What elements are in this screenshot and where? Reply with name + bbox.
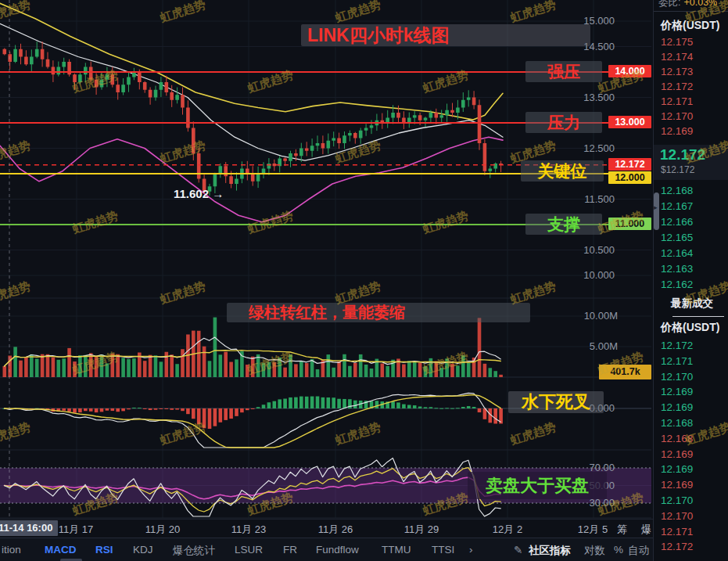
macd-bar <box>78 408 82 412</box>
trade-row[interactable]: 12.169 <box>654 384 728 399</box>
axis-tool-筹[interactable]: 筹 <box>617 523 627 537</box>
volume-bar <box>332 368 335 377</box>
trade-row[interactable]: 12.171 <box>654 354 728 369</box>
axis-tool-爆[interactable]: 爆 <box>641 523 651 537</box>
candle-body <box>429 113 433 118</box>
volume-bar <box>57 360 61 377</box>
trade-row[interactable]: 12.170 <box>654 369 728 384</box>
macd-bar <box>84 408 88 411</box>
bid-row[interactable]: 12.164 <box>654 246 728 261</box>
strong-resistance-label: 强压 <box>547 61 580 83</box>
trade-row[interactable]: 12.169 <box>654 477 728 492</box>
macd-bar <box>375 401 379 408</box>
sidebar-scroll-thumb[interactable] <box>654 192 659 230</box>
toolbar-item-%[interactable]: % <box>614 544 623 556</box>
macd-bar <box>316 397 320 408</box>
price-axis-label: 12.500 <box>563 142 615 154</box>
main-chart[interactable]: 15.00014.50013.50012.50011.50010.50010.0… <box>0 0 653 519</box>
volume-bar <box>348 366 352 377</box>
bid-row[interactable]: 12.163 <box>654 261 728 276</box>
macd-bar <box>332 397 335 408</box>
toolbar-item-爆仓统计[interactable]: 爆仓统计 <box>173 544 215 558</box>
bid-row[interactable]: 12.162 <box>654 277 728 292</box>
trade-row[interactable]: 12.169 <box>654 447 728 462</box>
ask-row[interactable]: 12.170 <box>654 109 728 124</box>
ask-row[interactable]: 12.169 <box>654 124 728 138</box>
ask-row[interactable]: 12.174 <box>654 49 728 64</box>
chevron-right-icon[interactable]: › <box>469 544 473 556</box>
trade-row[interactable]: 12.168 <box>654 415 728 430</box>
candle-body <box>342 135 346 143</box>
trade-row[interactable]: 12.169 <box>654 400 728 415</box>
bid-row[interactable]: 12.167 <box>654 199 728 214</box>
toolbar-item-KDJ[interactable]: KDJ <box>133 544 153 556</box>
trade-row[interactable]: 12.169 <box>654 462 728 476</box>
price-badge-12.000: 12.000 <box>608 171 651 184</box>
trades-price-header: 价格(USDT) <box>661 321 719 335</box>
ask-row[interactable]: 12.171 <box>654 94 728 109</box>
date-label: 11月 23 <box>231 523 267 537</box>
volume-bar <box>121 358 125 377</box>
macd-bar <box>327 397 331 408</box>
bid-row[interactable]: 12.166 <box>654 214 728 229</box>
candle-body <box>294 153 298 156</box>
volume-bar <box>386 366 389 377</box>
toolbar-item-MACD[interactable]: MACD <box>45 544 77 556</box>
volume-bar <box>24 357 28 377</box>
macd-bar <box>170 408 174 410</box>
toolbar-item-ition[interactable]: ition <box>2 544 21 556</box>
trade-row[interactable]: 12.172 <box>654 539 728 554</box>
volume-bar <box>208 361 212 377</box>
key-level-annotation: 关键位 <box>521 160 604 182</box>
toolbar-item-LSUR[interactable]: LSUR <box>235 544 263 556</box>
macd-bar <box>289 397 292 408</box>
volume-bar <box>353 363 357 377</box>
price-axis-label: 13.500 <box>563 92 615 103</box>
macd-bar <box>121 408 125 411</box>
macd-bar <box>197 408 201 424</box>
candle-body <box>283 159 287 161</box>
volume-bar <box>62 358 66 377</box>
candle-body <box>359 131 363 138</box>
volume-current-badge: 401.7k <box>599 365 651 379</box>
toolbar-item-TTSI[interactable]: TTSI <box>432 544 454 556</box>
candle-body <box>106 74 109 80</box>
trade-row[interactable]: 12.170 <box>654 493 728 508</box>
macd-bar <box>402 405 406 408</box>
toolbar-item-Fundflow[interactable]: Fundflow <box>316 544 359 556</box>
macd-bar <box>62 408 66 411</box>
volume-bar <box>439 368 443 377</box>
ask-row[interactable]: 12.172 <box>654 79 728 94</box>
macd-bar <box>407 405 411 408</box>
toolbar-item-TTMU[interactable]: TTMU <box>382 544 411 556</box>
bid-row[interactable]: 12.168 <box>654 183 728 198</box>
toolbar-item-FR[interactable]: FR <box>283 544 297 556</box>
edit-icon[interactable]: ✎ <box>514 544 522 556</box>
trade-row[interactable]: 12.172 <box>654 338 728 353</box>
candle-body <box>165 82 169 92</box>
candle-body <box>337 138 341 144</box>
toolbar-item-自动[interactable]: 自动 <box>628 544 649 558</box>
ask-row[interactable]: 12.175 <box>654 34 728 49</box>
toolbar-item-RSI[interactable]: RSI <box>95 544 113 556</box>
resistance-label: 压力 <box>547 112 580 134</box>
toolbar-item-社区指标[interactable]: 社区指标 <box>529 544 571 558</box>
bid-row[interactable]: 12.165 <box>654 230 728 245</box>
trade-row[interactable]: 12.171 <box>654 524 728 539</box>
volume-bar <box>181 349 185 377</box>
macd-bar <box>273 401 277 408</box>
price-badge-14.000: 14.000 <box>608 65 651 77</box>
candle-body <box>95 80 99 88</box>
trade-row[interactable]: 12.170 <box>654 509 728 523</box>
macd-bar <box>461 407 465 408</box>
ask-row[interactable]: 12.173 <box>654 64 728 79</box>
candle-body <box>332 138 335 141</box>
trade-row[interactable]: 12.168 <box>654 431 728 446</box>
volume-bar <box>273 362 277 377</box>
macd-bar <box>116 408 120 412</box>
macd-bar <box>111 408 115 411</box>
last-price-block[interactable]: 12.172 $12.172 <box>654 145 728 180</box>
toolbar-item-对数[interactable]: 对数 <box>584 544 605 558</box>
macd-bar <box>337 399 341 408</box>
candle-body <box>111 74 115 85</box>
